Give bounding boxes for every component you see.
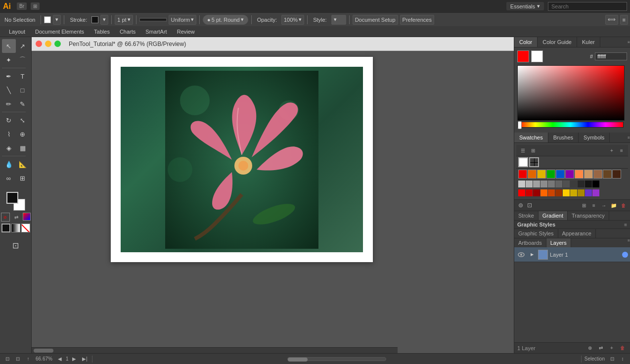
swatch-white[interactable] — [518, 157, 528, 167]
fill-dropdown[interactable]: ▾ — [53, 15, 61, 25]
tab-graphic-styles[interactable]: Graphic Styles — [514, 229, 558, 238]
swatch-list-icon[interactable]: ≡ — [589, 201, 598, 210]
scroll-up-icon[interactable]: ↑ — [24, 355, 33, 364]
tab-symbols[interactable]: Symbols — [579, 133, 610, 142]
swap-colors-icon[interactable]: ⇄ — [12, 213, 21, 222]
swatch-item[interactable] — [584, 170, 593, 179]
menu-smartart[interactable]: SmartArt — [140, 26, 172, 37]
swatch-item[interactable] — [563, 189, 570, 196]
fit-page-btn[interactable]: ⊡ — [608, 355, 617, 364]
layer-expand[interactable]: ▶ — [528, 251, 536, 259]
gradient-icon[interactable] — [11, 224, 20, 232]
swatches-panel-collapse[interactable]: ≡ — [628, 136, 630, 140]
swatch-item[interactable] — [528, 170, 537, 179]
swatch-item[interactable] — [548, 181, 555, 187]
swatch-item[interactable] — [548, 189, 555, 196]
fill-swatch[interactable] — [44, 16, 51, 23]
swatch-item[interactable] — [533, 189, 540, 196]
swatch-item[interactable] — [555, 181, 562, 187]
rect-tool[interactable]: □ — [16, 83, 30, 97]
rotate-tool[interactable]: ↻ — [2, 113, 16, 127]
stroke-type-dropdown[interactable]: Uniform▾ — [169, 15, 197, 25]
line-tool[interactable]: ╲ — [2, 83, 16, 97]
swatch-grid-icon[interactable]: ⊞ — [580, 201, 588, 210]
opacity-input[interactable]: 100%▾ — [281, 15, 304, 25]
swatch-move-icon[interactable]: → — [599, 201, 608, 210]
prev-artboard-btn[interactable]: ◀ — [55, 355, 64, 364]
swatch-item[interactable] — [556, 170, 565, 179]
swatch-item[interactable] — [563, 181, 570, 187]
arrange-icon[interactable]: ⊞ — [31, 2, 40, 10]
no-fill-icon[interactable] — [21, 224, 30, 232]
swatch-new-icon[interactable]: ⊡ — [525, 201, 534, 210]
layer-visibility-toggle[interactable] — [516, 250, 526, 260]
last-artboard-btn[interactable]: ▶| — [80, 355, 89, 364]
swatch-item[interactable] — [592, 181, 599, 187]
canvas-image[interactable] — [121, 67, 363, 252]
menu-review[interactable]: Review — [172, 26, 200, 37]
swatch-item[interactable] — [526, 181, 533, 187]
swatch-item[interactable] — [593, 170, 602, 179]
swatch-item[interactable] — [555, 189, 562, 196]
stroke-swatch[interactable] — [91, 16, 98, 23]
direct-selection-tool[interactable]: ↗ — [16, 39, 30, 53]
stroke-color-dropdown[interactable]: ▾ — [100, 15, 108, 25]
make-sublayer-icon[interactable]: ⊕ — [585, 344, 594, 353]
symbol-tool[interactable]: ◈ — [2, 141, 16, 155]
swatch-item[interactable] — [540, 181, 547, 187]
layer-row[interactable]: ▶ Layer 1 — [514, 247, 630, 262]
hue-slider[interactable] — [517, 122, 624, 128]
canvas-area[interactable]: PenTool_Tutorial* @ 66.67% (RGB/Preview) — [32, 37, 514, 353]
swatch-item[interactable] — [585, 189, 592, 196]
swatch-delete-icon[interactable]: 🗑 — [619, 201, 628, 210]
preferences-button[interactable]: Preferences — [400, 15, 434, 25]
menu-tables[interactable]: Tables — [89, 26, 115, 37]
next-artboard-btn[interactable]: ▶ — [70, 355, 79, 364]
swatch-item[interactable] — [565, 170, 574, 179]
search-input[interactable] — [548, 2, 627, 11]
pencil-tool[interactable]: ✎ — [16, 97, 30, 111]
tab-color-guide[interactable]: Color Guide — [538, 37, 577, 47]
tab-kuler[interactable]: Kuler — [577, 37, 600, 47]
swatch-item[interactable] — [578, 189, 585, 196]
color-gradient[interactable] — [517, 65, 624, 120]
menu-doc-elements[interactable]: Document Elements — [30, 26, 89, 37]
swatch-item[interactable] — [540, 189, 547, 196]
panel-toggle[interactable]: ≡ — [620, 15, 628, 25]
swatch-item[interactable] — [592, 189, 599, 196]
close-button[interactable] — [36, 41, 42, 47]
swatch-item[interactable] — [526, 189, 533, 196]
tab-color[interactable]: Color — [514, 37, 538, 47]
foreground-color-swatch[interactable] — [6, 192, 18, 204]
fill-none-icon[interactable]: ⊘ — [1, 213, 10, 222]
swatch-registration[interactable] — [529, 157, 539, 167]
panel-collapse-icon[interactable]: ≡ — [628, 40, 630, 45]
bridge-icon[interactable]: Br — [17, 2, 27, 10]
swatch-item[interactable] — [518, 181, 525, 187]
color-fg-swatch[interactable] — [517, 50, 529, 62]
stroke-fill-icon[interactable] — [1, 224, 10, 232]
swatch-item[interactable] — [570, 189, 577, 196]
tab-transparency[interactable]: Transparency — [568, 211, 609, 220]
selection-tool[interactable]: ↖ — [2, 39, 16, 53]
swatch-folder-icon[interactable]: 📁 — [609, 201, 618, 210]
tab-artboards[interactable]: Artboards — [514, 238, 546, 247]
swatch-item[interactable] — [575, 170, 584, 179]
tab-brushes[interactable]: Brushes — [548, 133, 579, 142]
swatch-list-view[interactable]: ☰ — [518, 146, 527, 155]
measure-tool[interactable]: 📐 — [16, 157, 30, 171]
swatch-item[interactable] — [537, 170, 546, 179]
scroll-left-icon[interactable]: ⊡ — [3, 355, 12, 364]
tab-swatches[interactable]: Swatches — [514, 133, 548, 142]
free-transform-tool[interactable]: ⊕ — [16, 127, 30, 141]
hex-input[interactable] — [595, 52, 627, 60]
scale-tool[interactable]: ⤡ — [16, 113, 30, 127]
horizontal-scrollbar[interactable] — [32, 347, 398, 353]
stroke-weight-input[interactable]: 1 pt ▾ — [115, 15, 133, 25]
gradient-mesh-tool[interactable]: ⊞ — [16, 171, 30, 185]
graph-tool[interactable]: ▦ — [16, 141, 30, 155]
blend-tool[interactable]: ∞ — [2, 171, 16, 185]
maximize-button[interactable] — [54, 41, 61, 47]
screen-mode-button[interactable]: ⊡ — [9, 238, 23, 252]
type-tool[interactable]: T — [16, 69, 30, 83]
